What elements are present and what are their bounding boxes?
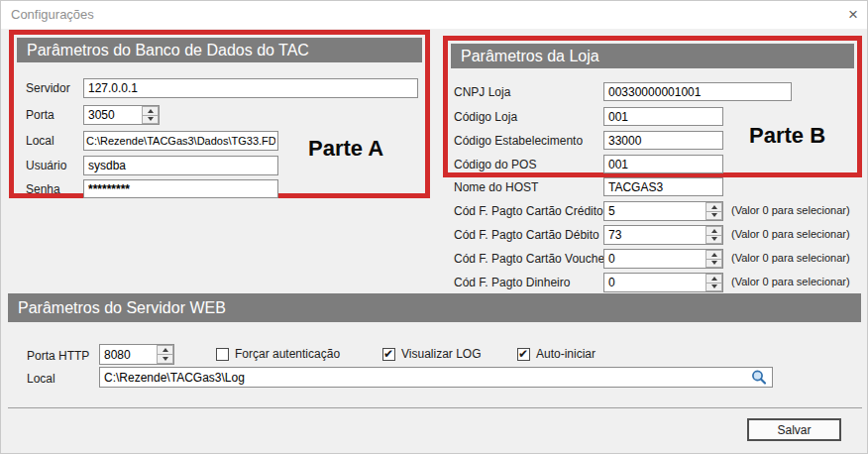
configuracoes-dialog: Configurações × Parâmetros do Banco de D… bbox=[0, 0, 868, 454]
porta-spinner bbox=[83, 105, 160, 125]
cod-debito-spinner bbox=[603, 225, 723, 245]
search-icon[interactable] bbox=[750, 369, 768, 387]
nome-host-input[interactable] bbox=[603, 177, 723, 196]
cod-debito-down-icon[interactable] bbox=[705, 236, 722, 245]
cod-debito-label: Cód F. Pagto Cartão Débito bbox=[454, 228, 599, 242]
nome-host-label: Nome do HOST bbox=[454, 180, 538, 194]
porta-input[interactable] bbox=[84, 106, 142, 124]
local-web-label: Local bbox=[27, 372, 55, 386]
cod-dinheiro-input[interactable] bbox=[604, 274, 705, 291]
visualizar-log-checkbox[interactable] bbox=[382, 348, 395, 361]
footer-divider bbox=[8, 407, 862, 408]
servidor-label: Servidor bbox=[26, 81, 70, 95]
cod-credito-down-icon[interactable] bbox=[705, 212, 722, 221]
cod-debito-up-icon[interactable] bbox=[705, 226, 722, 236]
codigo-loja-label: Código Loja bbox=[454, 110, 517, 124]
cnpj-input[interactable] bbox=[603, 82, 792, 101]
visualizar-log-label: Visualizar LOG bbox=[401, 347, 481, 361]
section-header-web: Parâmetros do Servidor WEB bbox=[8, 293, 861, 322]
window-title: Configurações bbox=[11, 7, 94, 22]
cod-credito-note: (Valor 0 para selecionar) bbox=[731, 204, 850, 216]
visualizar-log-checkbox-row: Visualizar LOG bbox=[382, 347, 481, 361]
cod-dinheiro-down-icon[interactable] bbox=[705, 284, 722, 292]
cod-voucher-up-icon[interactable] bbox=[705, 250, 722, 260]
cod-debito-input[interactable] bbox=[604, 226, 705, 244]
cod-voucher-input[interactable] bbox=[604, 250, 705, 268]
porta-label: Porta bbox=[26, 108, 54, 122]
porta-down-icon[interactable] bbox=[142, 116, 159, 125]
cod-credito-up-icon[interactable] bbox=[705, 202, 722, 212]
porta-http-input[interactable] bbox=[100, 345, 157, 364]
forcar-autenticacao-checkbox-row: Forçar autenticação bbox=[216, 347, 340, 361]
cod-dinheiro-label: Cód F. Pagto Dinheiro bbox=[454, 276, 570, 289]
cod-credito-spinner bbox=[603, 201, 723, 221]
usuario-input[interactable] bbox=[83, 156, 278, 175]
cod-voucher-label: Cód F. Pagto Cartão Voucher bbox=[454, 252, 608, 266]
porta-http-up-icon[interactable] bbox=[157, 345, 173, 355]
senha-label: Senha bbox=[26, 182, 60, 196]
auto-iniciar-checkbox[interactable] bbox=[517, 348, 530, 361]
porta-http-down-icon[interactable] bbox=[157, 355, 173, 364]
senha-input[interactable] bbox=[83, 179, 278, 198]
local-db-label: Local bbox=[26, 134, 54, 148]
cod-credito-label: Cód F. Pagto Cartão Crédito bbox=[454, 204, 603, 218]
local-web-input[interactable] bbox=[99, 367, 773, 388]
close-icon[interactable]: × bbox=[841, 3, 865, 27]
porta-http-spinner bbox=[99, 344, 174, 365]
forcar-autenticacao-label: Forçar autenticação bbox=[235, 347, 340, 361]
porta-http-label: Porta HTTP bbox=[27, 349, 89, 363]
section-header-tac: Parâmetros do Banco de Dados do TAC bbox=[17, 38, 422, 62]
cod-voucher-down-icon[interactable] bbox=[705, 260, 722, 269]
codigo-pos-input[interactable] bbox=[603, 155, 723, 173]
cod-voucher-note: (Valor 0 para selecionar) bbox=[731, 252, 850, 264]
save-button[interactable]: Salvar bbox=[747, 418, 841, 441]
cnpj-label: CNPJ Loja bbox=[454, 85, 510, 99]
codigo-loja-input[interactable] bbox=[603, 107, 723, 126]
servidor-input[interactable] bbox=[83, 78, 418, 98]
cod-dinheiro-spinner bbox=[603, 273, 723, 292]
codigo-estab-label: Código Estabelecimento bbox=[454, 134, 583, 148]
auto-iniciar-label: Auto-iniciar bbox=[536, 347, 596, 361]
usuario-label: Usuário bbox=[26, 159, 66, 172]
cod-debito-note: (Valor 0 para selecionar) bbox=[731, 228, 850, 240]
auto-iniciar-checkbox-row: Auto-iniciar bbox=[517, 347, 596, 361]
local-db-input[interactable] bbox=[83, 131, 278, 151]
codigo-estab-input[interactable] bbox=[603, 131, 723, 150]
cod-dinheiro-note: (Valor 0 para selecionar) bbox=[731, 276, 850, 287]
cod-credito-input[interactable] bbox=[604, 202, 705, 220]
porta-up-icon[interactable] bbox=[142, 106, 159, 116]
cod-voucher-spinner bbox=[603, 249, 723, 269]
titlebar: Configurações × bbox=[1, 1, 867, 29]
section-header-loja: Parâmetros da Loja bbox=[451, 44, 854, 68]
parte-a-annotation: Parte A bbox=[308, 136, 383, 162]
forcar-autenticacao-checkbox[interactable] bbox=[216, 348, 229, 361]
cod-dinheiro-up-icon[interactable] bbox=[705, 274, 722, 284]
codigo-pos-label: Código do POS bbox=[454, 158, 536, 171]
parte-b-annotation: Parte B bbox=[749, 123, 825, 149]
